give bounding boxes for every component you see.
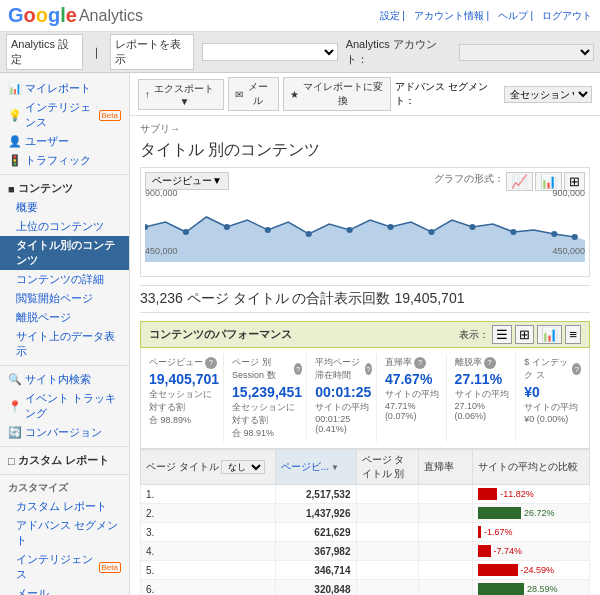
- sidebar-item-title-content[interactable]: タイトル別のコンテンツ: [0, 236, 129, 270]
- chart-svg: [145, 192, 585, 262]
- adv-segment-select[interactable]: 全セッション▼: [504, 86, 592, 103]
- table-cell-bounce: [419, 561, 473, 580]
- svg-point-6: [388, 224, 394, 230]
- perf-view-btn-4[interactable]: ≡: [565, 325, 581, 344]
- svg-point-8: [469, 224, 475, 230]
- sidebar-item-custom-report[interactable]: カスタム レポート: [0, 497, 129, 516]
- svg-point-2: [224, 224, 230, 230]
- col-bounce[interactable]: 直帰率: [419, 450, 473, 485]
- sidebar-item-site-search[interactable]: 🔍 サイト内検索: [0, 370, 129, 389]
- col-pagetitle-direct[interactable]: ページ タイトル 別: [356, 450, 419, 485]
- info-icon-avgtime[interactable]: ?: [365, 363, 372, 375]
- bar-negative: [478, 526, 481, 538]
- sidebar-item-adv-segment[interactable]: アドバンス セグメント: [0, 516, 129, 550]
- header-link-settings[interactable]: 設定: [380, 10, 400, 21]
- sidebar-item-event-tracking[interactable]: 📍 イベント トラッキング: [0, 389, 129, 423]
- chart-icon: 📊: [8, 82, 22, 95]
- table-cell-direct: [356, 580, 419, 596]
- metric-pageviews-sub: 全セッションに対する割合 98.89%: [149, 388, 219, 427]
- content: ↑ エクスポート▼ ✉ メール ★ マイレポートに変換 アドバンス セグメント：…: [130, 73, 600, 595]
- info-icon-sessions[interactable]: ?: [294, 363, 302, 375]
- traffic-icon: 🚦: [8, 154, 22, 167]
- table-cell-views: 346,714: [275, 561, 356, 580]
- y-axis-top-left: 900,000: [145, 188, 178, 198]
- data-table: ページ タイトル なし ページビ... ▼: [140, 449, 590, 595]
- account-select[interactable]: [459, 44, 594, 61]
- performance-header: コンテンツのパフォーマンス 表示： ☰ ⊞ 📊 ≡: [140, 321, 590, 348]
- metric-pageviews: ページビュー ? 19,405,701 全セッションに対する割合 98.89%: [145, 354, 224, 442]
- analytics-account-label: Analytics アカウント：: [346, 37, 455, 67]
- toolbar-right: アドバンス セグメント： 全セッション▼: [395, 80, 592, 108]
- metric-bounce-sub: サイトの平均47.71% (0.07%): [385, 388, 442, 421]
- metric-index-label: $ インデック ス ?: [524, 356, 581, 382]
- sidebar-item-intelligence[interactable]: 💡 インテリジェンスBeta: [0, 98, 129, 132]
- col-none-select[interactable]: なし: [221, 460, 265, 474]
- table-cell-direct: [356, 485, 419, 504]
- export-icon: ↑: [145, 89, 150, 100]
- perf-view-btn-1[interactable]: ☰: [492, 325, 512, 344]
- bar-negative: [478, 564, 517, 576]
- nav-bar: Analytics 設定 ｜ レポートを表示 Analytics アカウント：: [0, 32, 600, 73]
- summary-stat: 33,236 ページ タイトル の合計表示回数 19,405,701: [140, 285, 590, 313]
- info-icon-bounce[interactable]: ?: [414, 357, 426, 369]
- sidebar-section-customize: カスタマイズ: [0, 479, 129, 497]
- table-row: 2.1,437,92626.72%: [141, 504, 590, 523]
- sidebar-item-top-content[interactable]: 上位のコンテンツ: [0, 217, 129, 236]
- page-title: タイトル 別のコンテンツ: [140, 140, 590, 161]
- metric-exit-sub: サイトの平均27.10% (0.06%): [455, 388, 512, 421]
- sidebar-item-user[interactable]: 👤 ユーザー: [0, 132, 129, 151]
- sidebar-divider-2: [0, 365, 129, 366]
- header-link-help[interactable]: ヘルプ: [498, 10, 528, 21]
- metric-pageviews-label: ページビュー ?: [149, 356, 219, 369]
- table-cell-direct: [356, 523, 419, 542]
- save-report-button[interactable]: ★ マイレポートに変換: [283, 77, 391, 111]
- table-cell-num: 5.: [141, 561, 276, 580]
- sidebar-item-mail[interactable]: メール: [0, 584, 129, 595]
- search-icon: 🔍: [8, 373, 22, 386]
- sidebar-item-content-detail[interactable]: コンテンツの詳細: [0, 270, 129, 289]
- info-icon-pageviews[interactable]: ?: [205, 357, 217, 369]
- sidebar-item-traffic[interactable]: 🚦 トラフィック: [0, 151, 129, 170]
- table-cell-bounce: [419, 542, 473, 561]
- bar-positive: [478, 507, 521, 519]
- sidebar-item-my-report[interactable]: 📊 マイレポート: [0, 79, 129, 98]
- sidebar-item-intelligence2[interactable]: インテリジェンスBeta: [0, 550, 129, 584]
- sidebar-item-entry-page[interactable]: 閲覧開始ページ: [0, 289, 129, 308]
- adv-segment-label: アドバンス セグメント：: [395, 80, 500, 108]
- col-comparison[interactable]: サイトの平均との比較: [473, 450, 590, 485]
- performance-view-controls: 表示： ☰ ⊞ 📊 ≡: [459, 325, 581, 344]
- table-row: 6.320,84828.59%: [141, 580, 590, 596]
- col-pageviews[interactable]: ページビ... ▼: [275, 450, 356, 485]
- nav-report-select[interactable]: [202, 43, 338, 61]
- header-link-logout[interactable]: ログアウト: [542, 10, 592, 21]
- table-cell-views: 320,848: [275, 580, 356, 596]
- breadcrumb: サブリ→: [140, 122, 590, 136]
- sidebar-divider-1: [0, 174, 129, 175]
- metric-index-sub: サイトの平均¥0 (0.00%): [524, 401, 581, 424]
- sidebar-item-data-view[interactable]: サイト上のデータ表示: [0, 327, 129, 361]
- save-icon: ★: [290, 89, 299, 100]
- export-button[interactable]: ↑ エクスポート▼: [138, 79, 224, 110]
- email-button[interactable]: ✉ メール: [228, 77, 279, 111]
- table-cell-num: 3.: [141, 523, 276, 542]
- col-page-title[interactable]: ページ タイトル なし: [141, 450, 276, 485]
- perf-view-btn-3[interactable]: 📊: [537, 325, 562, 344]
- header-links: 設定 | アカウント情報 | ヘルプ | ログアウト: [374, 9, 592, 23]
- performance-title: コンテンツのパフォーマンス: [149, 327, 292, 342]
- sidebar-item-conversion[interactable]: 🔄 コンバージョン: [0, 423, 129, 442]
- info-icon-exit[interactable]: ?: [484, 357, 496, 369]
- metric-bounce-label: 直帰率 ?: [385, 356, 442, 369]
- nav-analytics-setting[interactable]: Analytics 設定: [6, 34, 83, 70]
- sidebar-item-exit-page[interactable]: 離脱ページ: [0, 308, 129, 327]
- user-icon: 👤: [8, 135, 22, 148]
- header-link-account[interactable]: アカウント情報: [414, 10, 484, 21]
- custom-report-section-icon: □: [8, 455, 15, 467]
- nav-show-report[interactable]: レポートを表示: [110, 34, 194, 70]
- perf-view-btn-2[interactable]: ⊞: [515, 325, 534, 344]
- chart-line-btn[interactable]: 📈: [506, 172, 533, 191]
- table-cell-comparison: -7.74%: [473, 542, 590, 561]
- metric-sessions-value: 15,239,451: [232, 384, 302, 400]
- logo-google-text: Google: [8, 4, 77, 27]
- sidebar-item-overview[interactable]: 概要: [0, 198, 129, 217]
- info-icon-index[interactable]: ?: [572, 363, 581, 375]
